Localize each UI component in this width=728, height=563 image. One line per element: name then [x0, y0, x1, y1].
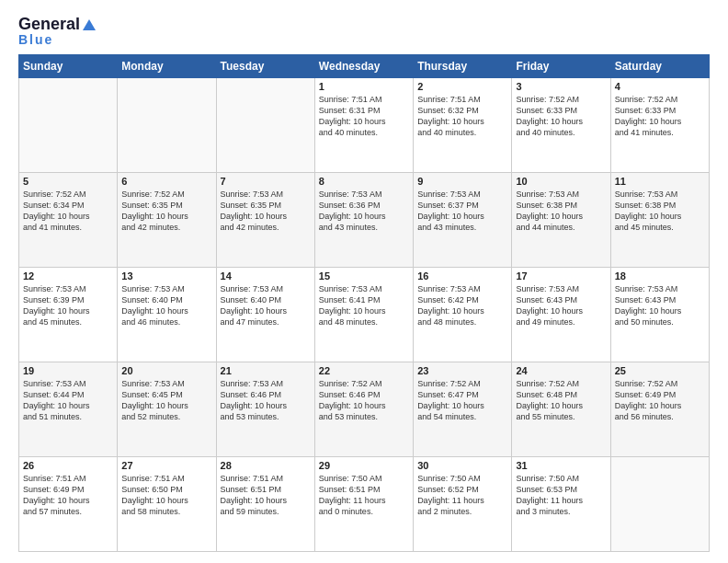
day-number: 16	[417, 270, 507, 282]
calendar-cell: 28Sunrise: 7:51 AM Sunset: 6:51 PM Dayli…	[216, 457, 314, 552]
calendar-cell: 25Sunrise: 7:52 AM Sunset: 6:49 PM Dayli…	[610, 362, 709, 457]
col-header-thursday: Thursday	[414, 55, 512, 78]
day-number: 17	[516, 270, 606, 282]
calendar-cell: 10Sunrise: 7:53 AM Sunset: 6:38 PM Dayli…	[512, 173, 610, 268]
cell-info: Sunrise: 7:52 AM Sunset: 6:33 PM Dayligh…	[615, 94, 705, 139]
day-number: 13	[121, 270, 211, 282]
day-number: 5	[23, 176, 113, 187]
day-number: 18	[615, 270, 705, 282]
calendar-week-row: 5Sunrise: 7:52 AM Sunset: 6:34 PM Daylig…	[19, 173, 710, 268]
col-header-friday: Friday	[512, 55, 610, 78]
calendar-week-row: 26Sunrise: 7:51 AM Sunset: 6:49 PM Dayli…	[19, 457, 710, 552]
cell-info: Sunrise: 7:53 AM Sunset: 6:41 PM Dayligh…	[319, 283, 409, 328]
logo-line2: Blue	[18, 32, 53, 47]
cell-info: Sunrise: 7:53 AM Sunset: 6:37 PM Dayligh…	[417, 189, 507, 234]
day-number: 19	[23, 365, 113, 376]
calendar-cell	[19, 78, 118, 173]
day-number: 14	[221, 270, 311, 282]
calendar-header-row: SundayMondayTuesdayWednesdayThursdayFrid…	[19, 55, 710, 78]
calendar-cell: 20Sunrise: 7:53 AM Sunset: 6:45 PM Dayli…	[118, 362, 216, 457]
cell-info: Sunrise: 7:52 AM Sunset: 6:48 PM Dayligh…	[516, 378, 606, 423]
col-header-saturday: Saturday	[610, 55, 709, 78]
day-number: 15	[319, 270, 409, 282]
day-number: 2	[417, 81, 507, 92]
calendar-cell	[118, 78, 216, 173]
calendar-header: General Blue	[18, 15, 710, 47]
calendar-cell: 7Sunrise: 7:53 AM Sunset: 6:35 PM Daylig…	[216, 173, 314, 268]
cell-info: Sunrise: 7:53 AM Sunset: 6:43 PM Dayligh…	[516, 283, 606, 328]
day-number: 1	[319, 81, 409, 92]
col-header-tuesday: Tuesday	[216, 55, 314, 78]
calendar-cell: 24Sunrise: 7:52 AM Sunset: 6:48 PM Dayli…	[512, 362, 610, 457]
cell-info: Sunrise: 7:53 AM Sunset: 6:38 PM Dayligh…	[615, 189, 705, 234]
day-number: 10	[516, 176, 606, 187]
cell-info: Sunrise: 7:51 AM Sunset: 6:31 PM Dayligh…	[319, 94, 409, 139]
calendar-cell: 18Sunrise: 7:53 AM Sunset: 6:43 PM Dayli…	[610, 268, 709, 362]
day-number: 7	[221, 176, 311, 187]
calendar-cell: 6Sunrise: 7:52 AM Sunset: 6:35 PM Daylig…	[118, 173, 216, 268]
calendar-cell: 2Sunrise: 7:51 AM Sunset: 6:32 PM Daylig…	[414, 78, 512, 173]
day-number: 11	[615, 176, 705, 187]
day-number: 31	[516, 460, 606, 471]
cell-info: Sunrise: 7:53 AM Sunset: 6:40 PM Dayligh…	[221, 283, 311, 328]
cell-info: Sunrise: 7:53 AM Sunset: 6:42 PM Dayligh…	[417, 283, 507, 328]
calendar-week-row: 19Sunrise: 7:53 AM Sunset: 6:44 PM Dayli…	[19, 362, 710, 457]
cell-info: Sunrise: 7:51 AM Sunset: 6:49 PM Dayligh…	[23, 473, 113, 518]
day-number: 9	[417, 176, 507, 187]
calendar-cell: 17Sunrise: 7:53 AM Sunset: 6:43 PM Dayli…	[512, 268, 610, 362]
calendar-cell: 5Sunrise: 7:52 AM Sunset: 6:34 PM Daylig…	[19, 173, 118, 268]
calendar-cell: 16Sunrise: 7:53 AM Sunset: 6:42 PM Dayli…	[414, 268, 512, 362]
calendar-cell: 21Sunrise: 7:53 AM Sunset: 6:46 PM Dayli…	[216, 362, 314, 457]
calendar-cell: 29Sunrise: 7:50 AM Sunset: 6:51 PM Dayli…	[314, 457, 413, 552]
calendar-cell: 15Sunrise: 7:53 AM Sunset: 6:41 PM Dayli…	[314, 268, 413, 362]
calendar-cell: 13Sunrise: 7:53 AM Sunset: 6:40 PM Dayli…	[118, 268, 216, 362]
day-number: 12	[23, 270, 113, 282]
cell-info: Sunrise: 7:50 AM Sunset: 6:51 PM Dayligh…	[319, 473, 409, 518]
cell-info: Sunrise: 7:53 AM Sunset: 6:43 PM Dayligh…	[615, 283, 705, 328]
col-header-monday: Monday	[118, 55, 216, 78]
cell-info: Sunrise: 7:50 AM Sunset: 6:53 PM Dayligh…	[516, 473, 606, 518]
cell-info: Sunrise: 7:52 AM Sunset: 6:46 PM Dayligh…	[319, 378, 409, 423]
calendar-week-row: 1Sunrise: 7:51 AM Sunset: 6:31 PM Daylig…	[19, 78, 710, 173]
cell-info: Sunrise: 7:52 AM Sunset: 6:35 PM Dayligh…	[121, 189, 211, 234]
day-number: 6	[121, 176, 211, 187]
day-number: 21	[221, 365, 311, 376]
cell-info: Sunrise: 7:53 AM Sunset: 6:40 PM Dayligh…	[121, 283, 211, 328]
calendar-cell: 31Sunrise: 7:50 AM Sunset: 6:53 PM Dayli…	[512, 457, 610, 552]
calendar-cell: 19Sunrise: 7:53 AM Sunset: 6:44 PM Dayli…	[19, 362, 118, 457]
cell-info: Sunrise: 7:50 AM Sunset: 6:52 PM Dayligh…	[417, 473, 507, 518]
day-number: 29	[319, 460, 409, 471]
calendar-cell: 8Sunrise: 7:53 AM Sunset: 6:36 PM Daylig…	[314, 173, 413, 268]
day-number: 20	[121, 365, 211, 376]
day-number: 8	[319, 176, 409, 187]
cell-info: Sunrise: 7:53 AM Sunset: 6:39 PM Dayligh…	[23, 283, 113, 328]
calendar-cell: 1Sunrise: 7:51 AM Sunset: 6:31 PM Daylig…	[314, 78, 413, 173]
cell-info: Sunrise: 7:51 AM Sunset: 6:50 PM Dayligh…	[121, 473, 211, 518]
calendar-cell: 23Sunrise: 7:52 AM Sunset: 6:47 PM Dayli…	[414, 362, 512, 457]
calendar-cell: 30Sunrise: 7:50 AM Sunset: 6:52 PM Dayli…	[414, 457, 512, 552]
calendar-cell: 22Sunrise: 7:52 AM Sunset: 6:46 PM Dayli…	[314, 362, 413, 457]
calendar-cell: 4Sunrise: 7:52 AM Sunset: 6:33 PM Daylig…	[610, 78, 709, 173]
day-number: 3	[516, 81, 606, 92]
cell-info: Sunrise: 7:52 AM Sunset: 6:47 PM Dayligh…	[417, 378, 507, 423]
day-number: 30	[417, 460, 507, 471]
cell-info: Sunrise: 7:53 AM Sunset: 6:46 PM Dayligh…	[221, 378, 311, 423]
cell-info: Sunrise: 7:53 AM Sunset: 6:45 PM Dayligh…	[121, 378, 211, 423]
calendar-cell: 3Sunrise: 7:52 AM Sunset: 6:33 PM Daylig…	[512, 78, 610, 173]
cell-info: Sunrise: 7:51 AM Sunset: 6:32 PM Dayligh…	[417, 94, 507, 139]
calendar-week-row: 12Sunrise: 7:53 AM Sunset: 6:39 PM Dayli…	[19, 268, 710, 362]
calendar-cell: 12Sunrise: 7:53 AM Sunset: 6:39 PM Dayli…	[19, 268, 118, 362]
col-header-wednesday: Wednesday	[314, 55, 413, 78]
cell-info: Sunrise: 7:53 AM Sunset: 6:35 PM Dayligh…	[221, 189, 311, 234]
calendar-cell	[610, 457, 709, 552]
logo: General Blue	[18, 15, 96, 47]
calendar-page: General Blue SundayMondayTuesdayWednesda…	[0, 0, 728, 563]
cell-info: Sunrise: 7:52 AM Sunset: 6:49 PM Dayligh…	[615, 378, 705, 423]
cell-info: Sunrise: 7:53 AM Sunset: 6:38 PM Dayligh…	[516, 189, 606, 234]
day-number: 24	[516, 365, 606, 376]
calendar-cell: 11Sunrise: 7:53 AM Sunset: 6:38 PM Dayli…	[610, 173, 709, 268]
calendar-cell: 9Sunrise: 7:53 AM Sunset: 6:37 PM Daylig…	[414, 173, 512, 268]
calendar-cell: 26Sunrise: 7:51 AM Sunset: 6:49 PM Dayli…	[19, 457, 118, 552]
calendar-table: SundayMondayTuesdayWednesdayThursdayFrid…	[18, 54, 710, 552]
cell-info: Sunrise: 7:52 AM Sunset: 6:34 PM Dayligh…	[23, 189, 113, 234]
